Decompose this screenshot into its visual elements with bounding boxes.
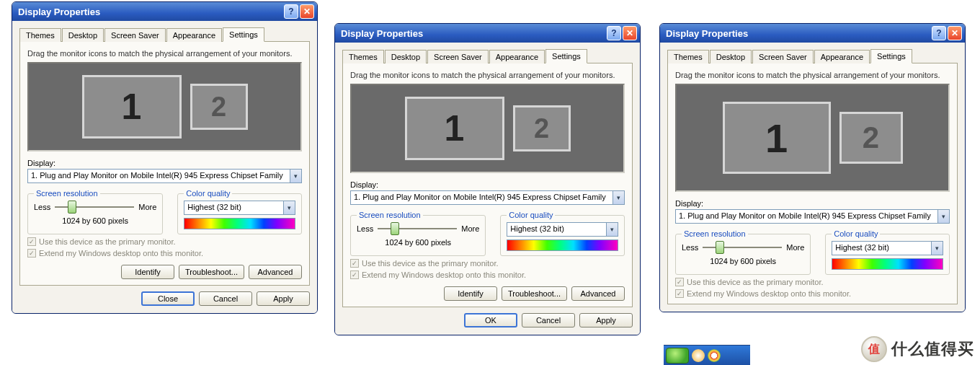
chevron-down-icon[interactable]: ▾ — [612, 191, 624, 204]
tab-appearance[interactable]: Appearance — [814, 50, 870, 63]
color-legend: Color quality — [507, 211, 555, 219]
monitor-preview[interactable]: 1 2 — [27, 62, 302, 151]
tab-settings[interactable]: Settings — [223, 27, 264, 42]
monitor-2[interactable]: 2 — [190, 84, 248, 130]
resolution-group: Screen resolution Less More 1024 by 600 … — [675, 229, 811, 275]
display-label: Display: — [350, 180, 625, 189]
chevron-down-icon[interactable]: ▾ — [937, 210, 949, 223]
apply-button[interactable]: Apply — [579, 313, 633, 327]
tab-themes[interactable]: Themes — [19, 28, 61, 42]
tab-bar: Themes Desktop Screen Saver Appearance S… — [19, 25, 310, 41]
resolution-value: 1024 by 600 pixels — [34, 216, 156, 225]
advanced-button[interactable]: Advanced — [249, 265, 302, 279]
identify-button[interactable]: Identify — [444, 286, 497, 301]
tab-appearance[interactable]: Appearance — [166, 28, 222, 42]
monitor-1[interactable]: 1 — [82, 75, 182, 138]
monitor-preview[interactable]: 1 2 — [350, 84, 625, 173]
checkbox-icon: ✓ — [27, 249, 36, 258]
settings-panel: Drag the monitor icons to match the phys… — [19, 41, 310, 286]
watermark-logo-icon: 值 — [861, 336, 887, 362]
color-group: Color quality Highest (32 bit) ▾ — [177, 189, 302, 234]
color-spectrum — [832, 258, 943, 270]
tab-appearance[interactable]: Appearance — [489, 50, 545, 63]
close-dialog-button[interactable]: Close — [141, 291, 195, 306]
display-combo[interactable]: 1. Plug and Play Monitor on Mobile Intel… — [27, 169, 302, 183]
titlebar[interactable]: Display Properties ? ✕ — [12, 2, 317, 21]
chevron-down-icon[interactable]: ▾ — [931, 242, 943, 255]
resolution-slider[interactable] — [703, 241, 782, 254]
monitor-preview[interactable]: 1 2 — [675, 84, 950, 192]
display-combo[interactable]: 1. Plug and Play Monitor on Mobile Intel… — [350, 190, 625, 205]
resolution-slider[interactable] — [55, 201, 134, 214]
tab-themes[interactable]: Themes — [342, 50, 384, 63]
display-label: Display: — [675, 199, 950, 208]
color-group: Color quality Highest (32 bit) ▾ — [825, 229, 950, 275]
tab-bar: Themes Desktop Screen Saver Appearance S… — [342, 47, 633, 63]
watermark: 值 什么值得买 — [855, 333, 980, 365]
chevron-down-icon[interactable]: ▾ — [290, 170, 301, 182]
taskbar[interactable] — [664, 345, 750, 365]
tab-settings[interactable]: Settings — [870, 49, 912, 63]
help-button[interactable]: ? — [284, 4, 298, 19]
troubleshoot-button[interactable]: Troubleshoot... — [502, 286, 567, 301]
resolution-more: More — [138, 203, 156, 211]
chrome-icon[interactable] — [708, 349, 721, 362]
tab-screensaver[interactable]: Screen Saver — [104, 28, 166, 42]
color-combo[interactable]: Highest (32 bit) ▾ — [832, 241, 943, 255]
resolution-more: More — [461, 224, 479, 233]
tab-desktop[interactable]: Desktop — [385, 50, 427, 63]
checkbox-extend-desktop: ✓ Extend my Windows desktop onto this mo… — [27, 249, 302, 258]
display-value: 1. Plug and Play Monitor on Mobile Intel… — [676, 210, 937, 223]
resolution-value: 1024 by 600 pixels — [682, 257, 804, 265]
titlebar[interactable]: Display Properties ? ✕ — [335, 24, 640, 43]
watermark-text: 什么值得买 — [891, 338, 974, 360]
color-legend: Color quality — [184, 189, 232, 198]
monitor-2[interactable]: 2 — [839, 112, 903, 164]
checkbox-extend-desktop: ✓ Extend my Windows desktop onto this mo… — [350, 271, 625, 279]
start-button[interactable] — [666, 348, 689, 364]
tab-desktop[interactable]: Desktop — [62, 28, 104, 42]
color-group: Color quality Highest (32 bit) ▾ — [500, 211, 625, 256]
display-combo[interactable]: 1. Plug and Play Monitor on Mobile Intel… — [675, 209, 950, 224]
advanced-button[interactable]: Advanced — [571, 286, 625, 301]
resolution-slider[interactable] — [378, 222, 457, 235]
monitor-1[interactable]: 1 — [723, 102, 831, 174]
instruction-text: Drag the monitor icons to match the phys… — [675, 71, 950, 79]
tab-screensaver[interactable]: Screen Saver — [752, 50, 814, 63]
color-combo[interactable]: Highest (32 bit) ▾ — [507, 222, 618, 237]
resolution-group: Screen resolution Less More 1024 by 600 … — [350, 211, 486, 256]
color-combo[interactable]: Highest (32 bit) ▾ — [184, 201, 295, 215]
chevron-down-icon[interactable]: ▾ — [283, 201, 295, 214]
resolution-less: Less — [357, 224, 373, 233]
color-value: Highest (32 bit) — [184, 201, 283, 214]
close-button[interactable]: ✕ — [623, 26, 637, 40]
tab-themes[interactable]: Themes — [667, 50, 709, 63]
apply-button[interactable]: Apply — [257, 291, 310, 306]
troubleshoot-button[interactable]: Troubleshoot... — [179, 265, 244, 279]
close-button[interactable]: ✕ — [300, 4, 314, 19]
monitor-1[interactable]: 1 — [405, 97, 504, 160]
cancel-button[interactable]: Cancel — [522, 313, 575, 327]
help-button[interactable]: ? — [607, 26, 621, 40]
checkbox-icon: ✓ — [27, 237, 36, 246]
identify-button[interactable]: Identify — [121, 265, 174, 279]
color-spectrum — [184, 218, 295, 229]
color-legend: Color quality — [832, 229, 880, 238]
chevron-down-icon[interactable]: ▾ — [606, 223, 618, 236]
color-value: Highest (32 bit) — [507, 223, 606, 236]
tab-desktop[interactable]: Desktop — [710, 50, 752, 63]
titlebar[interactable]: Display Properties ? ✕ — [660, 24, 965, 43]
tray-icon[interactable] — [692, 349, 705, 362]
monitor-2[interactable]: 2 — [513, 105, 571, 151]
help-button[interactable]: ? — [932, 26, 946, 40]
ok-button[interactable]: OK — [464, 313, 517, 327]
checkbox-icon: ✓ — [350, 259, 359, 268]
window-title: Display Properties — [341, 28, 605, 39]
close-button[interactable]: ✕ — [948, 26, 962, 40]
instruction-text: Drag the monitor icons to match the phys… — [350, 71, 625, 79]
tab-screensaver[interactable]: Screen Saver — [427, 50, 489, 63]
resolution-more: More — [786, 243, 804, 252]
tab-settings[interactable]: Settings — [545, 49, 587, 63]
cancel-button[interactable]: Cancel — [199, 291, 252, 306]
color-spectrum — [507, 239, 618, 251]
